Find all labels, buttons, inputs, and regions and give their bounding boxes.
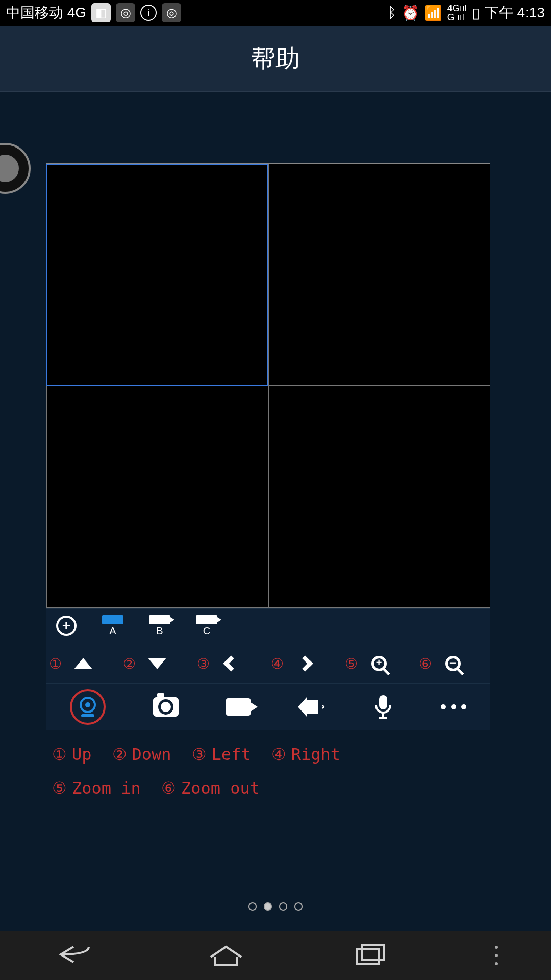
more-button[interactable] bbox=[441, 704, 466, 709]
legend-item-down: ② Down bbox=[112, 740, 171, 770]
page-title: 帮助 bbox=[251, 42, 300, 75]
ptz-mode-circle-highlight bbox=[70, 689, 106, 725]
zoom-in-icon bbox=[371, 656, 387, 671]
legend-item-left: ③ Left bbox=[192, 740, 251, 770]
ptz-num-1: ① bbox=[49, 655, 62, 672]
legend: ① Up ② Down ③ Left ④ Right ⑤ Zoom in ⑥ bbox=[46, 740, 490, 807]
page-dot-1 bbox=[248, 902, 257, 911]
page-indicator[interactable] bbox=[248, 902, 303, 911]
ptz-mode-button[interactable] bbox=[70, 689, 106, 725]
device-toolbar: + A B C bbox=[46, 608, 490, 643]
add-device-button[interactable]: + bbox=[56, 616, 77, 636]
alarm-icon: ⏰ bbox=[402, 5, 419, 21]
notification-icon-3: ◎ bbox=[162, 3, 181, 22]
ptz-camera-icon bbox=[80, 697, 96, 713]
ptz-num-4: ④ bbox=[271, 655, 284, 672]
ptz-down-button[interactable]: ② bbox=[120, 658, 194, 669]
legend-item-right: ④ Right bbox=[271, 740, 340, 770]
menu-dots-icon bbox=[495, 946, 498, 949]
device-c-button[interactable]: C bbox=[196, 615, 217, 637]
mic-button[interactable] bbox=[373, 694, 393, 720]
signal-4g-label: 4GıılG ııl bbox=[447, 4, 467, 22]
chevron-down-icon bbox=[148, 658, 166, 669]
page-dot-2-active bbox=[264, 902, 272, 911]
mic-icon bbox=[373, 694, 393, 720]
device-b-icon bbox=[149, 615, 170, 624]
battery-icon: ▯ bbox=[472, 5, 480, 21]
ptz-toolbar: ① ② ③ ④ ⑤ ⑥ bbox=[46, 643, 490, 684]
dots-icon bbox=[441, 704, 446, 709]
svg-rect-4 bbox=[362, 945, 384, 960]
ptz-num-3: ③ bbox=[197, 655, 210, 672]
video-grid bbox=[46, 163, 490, 607]
ptz-num-2: ② bbox=[123, 655, 136, 672]
video-icon bbox=[226, 698, 251, 716]
ptz-up-button[interactable]: ① bbox=[46, 658, 120, 669]
ptz-right-button[interactable]: ④ bbox=[268, 658, 342, 669]
legend-item-zoom-out: ⑥ Zoom out bbox=[161, 774, 260, 803]
android-navbar bbox=[0, 931, 551, 980]
carrier-label: 中国移动 4G bbox=[6, 3, 86, 22]
zoom-in-button[interactable]: ⑤ bbox=[342, 656, 416, 671]
home-button[interactable] bbox=[206, 942, 246, 969]
notification-icon-2: ◎ bbox=[116, 3, 135, 22]
page-dot-3 bbox=[279, 902, 287, 911]
legend-item-up: ① Up bbox=[52, 740, 92, 770]
video-cell-3[interactable] bbox=[46, 386, 268, 608]
device-a-label: A bbox=[109, 625, 116, 637]
bluetooth-icon: ᛒ bbox=[388, 5, 396, 21]
clock-label: 下午 4:13 bbox=[485, 3, 545, 22]
video-cell-1-selected[interactable] bbox=[46, 164, 268, 386]
ptz-num-5: ⑤ bbox=[345, 655, 358, 672]
snapshot-button[interactable] bbox=[153, 697, 179, 717]
page-dot-4 bbox=[294, 902, 303, 911]
device-c-label: C bbox=[203, 625, 210, 637]
back-button[interactable] bbox=[53, 942, 99, 969]
svg-rect-0 bbox=[379, 695, 387, 709]
zoom-out-button[interactable]: ⑥ bbox=[416, 656, 490, 671]
action-toolbar bbox=[46, 684, 490, 730]
legend-item-zoom-in: ⑤ Zoom in bbox=[52, 774, 141, 803]
app-titlebar: 帮助 bbox=[0, 26, 551, 92]
wifi-icon: 📶 bbox=[424, 5, 442, 21]
video-cell-4[interactable] bbox=[268, 386, 490, 608]
ptz-left-button[interactable]: ③ bbox=[194, 658, 268, 669]
device-a-button[interactable]: A bbox=[102, 615, 123, 637]
help-content: + A B C ① ② ③ ④ bbox=[0, 92, 551, 931]
speaker-icon bbox=[298, 697, 307, 717]
chevron-up-icon bbox=[74, 658, 92, 669]
zoom-out-icon bbox=[445, 656, 461, 671]
video-cell-2[interactable] bbox=[268, 164, 490, 386]
svg-rect-3 bbox=[357, 949, 379, 964]
info-icon: i bbox=[140, 5, 157, 21]
recent-apps-button[interactable] bbox=[353, 942, 388, 969]
chevron-right-icon bbox=[297, 655, 313, 671]
device-b-button[interactable]: B bbox=[149, 615, 170, 637]
plus-icon: + bbox=[56, 616, 77, 636]
device-a-icon bbox=[102, 615, 123, 624]
chevron-left-icon bbox=[223, 655, 239, 671]
notification-icon-1: ◧ bbox=[91, 3, 111, 22]
device-b-label: B bbox=[156, 625, 163, 637]
side-drawer-knob[interactable] bbox=[0, 143, 31, 194]
audio-button[interactable] bbox=[298, 697, 325, 717]
device-c-icon bbox=[196, 615, 217, 624]
camera-icon bbox=[153, 697, 179, 717]
menu-button[interactable] bbox=[495, 946, 498, 965]
record-button[interactable] bbox=[226, 698, 251, 716]
android-statusbar: 中国移动 4G ◧ ◎ i ◎ ᛒ ⏰ 📶 4GıılG ııl ▯ 下午 4:… bbox=[0, 0, 551, 26]
ptz-num-6: ⑥ bbox=[419, 655, 432, 672]
